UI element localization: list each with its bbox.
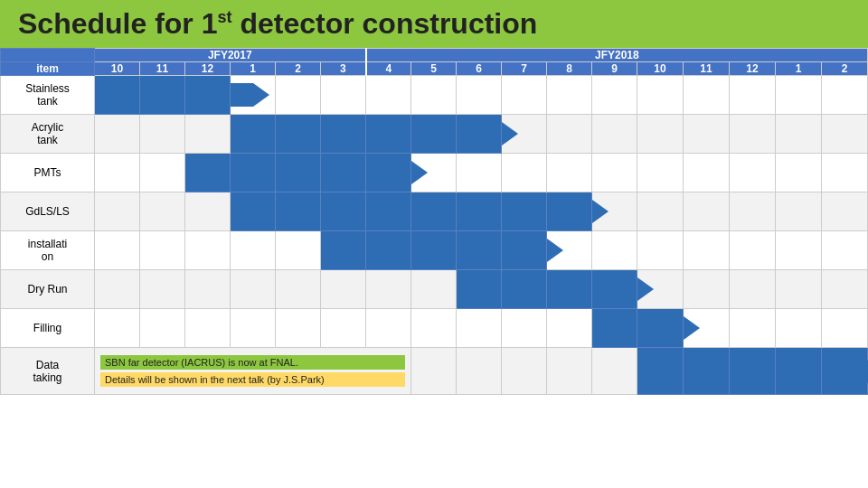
empty-cell [321,309,366,348]
bar-cell [502,192,547,231]
table-row: GdLS/LS [1,192,868,231]
table-row: Dry Run [1,270,868,309]
empty-cell [592,231,637,270]
empty-cell [684,154,730,192]
empty-cell [321,270,366,309]
empty-cell [776,309,822,348]
empty-cell [95,270,140,309]
empty-cell [366,309,411,348]
empty-cell [366,270,411,309]
empty-cell [822,76,868,115]
month-header-row: item 10 11 12 1 2 3 4 5 6 7 8 9 10 11 12… [1,62,868,76]
title-bar: Schedule for 1st detector construction [0,0,868,48]
bar-end-cell [592,192,637,231]
month-3-2017: 3 [321,62,366,76]
empty-cell [730,154,776,192]
bar-cell [140,76,185,115]
empty-cell [140,115,185,154]
empty-cell [822,154,868,192]
table-row: Datataking SBN far detector (IACRUS) is … [1,348,868,395]
empty-cell [730,231,776,270]
bar-cell [366,192,411,231]
empty-cell [684,192,730,231]
bar-cell [321,231,366,270]
month-1: 1 [231,62,276,76]
empty-cell [411,76,457,115]
empty-cell [776,154,822,192]
row-label-pmts: PMTs [1,154,95,192]
gantt-chart: JFY2017 JFY2018 item 10 11 12 1 2 3 4 5 … [0,48,868,395]
table-row: Acrylictank [1,115,868,154]
bar-end-cell [637,270,684,309]
empty-cell [730,76,776,115]
empty-cell [592,115,637,154]
empty-cell [276,231,321,270]
empty-cell [776,270,822,309]
bar-cell [637,348,684,395]
empty-cell [502,348,547,395]
month-10: 10 [95,62,140,76]
empty-cell [547,154,592,192]
bar-end-cell [411,154,457,192]
empty-cell [411,309,457,348]
jfy2017-header: JFY2017 [95,49,366,62]
bar-cell [231,115,276,154]
empty-cell [684,231,730,270]
title-text: Schedule for 1st detector construction [18,7,537,41]
row-label-stainless: Stainlesstank [1,76,95,115]
bar-cell [730,348,776,395]
bar-cell [185,154,231,192]
empty-cell [684,115,730,154]
empty-cell [185,270,231,309]
empty-cell [730,115,776,154]
year-header-row: JFY2017 JFY2018 [1,49,868,62]
empty-cell [502,76,547,115]
bar-cell [411,192,457,231]
month-9: 9 [592,62,637,76]
empty-cell [276,76,321,115]
month-1-2019: 1 [776,62,822,76]
bar-cell [231,154,276,192]
empty-cell [95,231,140,270]
month-12-2017: 12 [185,62,231,76]
empty-cell [822,115,868,154]
bar-cell [185,76,231,115]
row-label-installation: installation [1,231,95,270]
table-row: Stainlesstank [1,76,868,115]
bar-end-cell [231,76,276,115]
item-label-cell: item [1,62,95,76]
bar-cell [276,115,321,154]
empty-cell [684,270,730,309]
notes-cell: SBN far detector (IACRUS) is now at FNAL… [95,348,411,395]
empty-cell [592,348,637,395]
bar-cell [592,270,637,309]
item-header [1,49,95,62]
month-2-2019: 2 [822,62,868,76]
empty-cell [140,192,185,231]
empty-cell [592,154,637,192]
bar-cell [547,270,592,309]
empty-cell [411,348,457,395]
empty-cell [321,76,366,115]
empty-cell [231,309,276,348]
note-yellow: Details will be shown in the next talk (… [100,372,405,387]
empty-cell [637,231,684,270]
empty-cell [637,76,684,115]
bar-end-cell [822,348,868,395]
empty-cell [231,270,276,309]
bar-cell [502,270,547,309]
empty-cell [457,154,502,192]
empty-cell [822,309,868,348]
empty-cell [730,309,776,348]
month-2: 2 [276,62,321,76]
bar-cell [321,192,366,231]
table-row: PMTs [1,154,868,192]
bar-cell [231,192,276,231]
bar-cell [366,231,411,270]
empty-cell [776,76,822,115]
empty-cell [776,231,822,270]
bar-cell [637,309,684,348]
empty-cell [637,115,684,154]
bar-cell [95,76,140,115]
row-label-acrylic: Acrylictank [1,115,95,154]
